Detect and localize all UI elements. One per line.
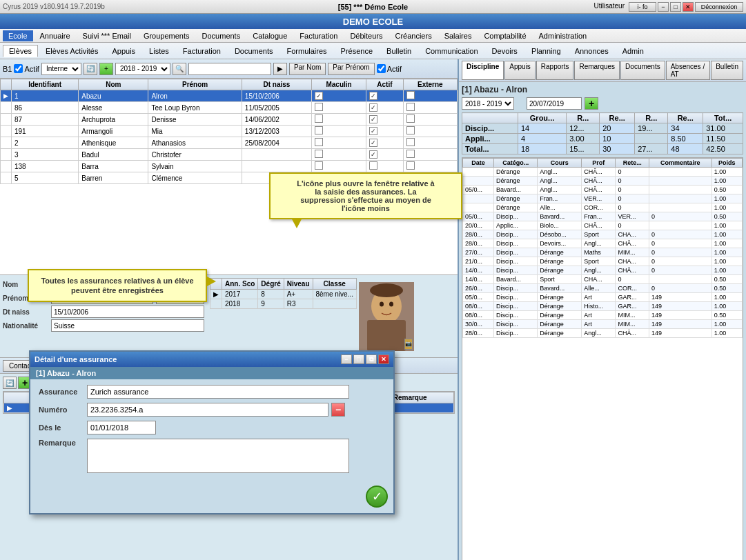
tab-documents[interactable]: Documents [228, 45, 279, 57]
remarque-textarea[interactable] [87, 439, 349, 473]
right-year-select[interactable]: 2018 - 2019 [462, 97, 514, 110]
detail-row[interactable]: 14/0... Discip... Dérange Angl... CHÂ...… [463, 266, 743, 275]
tab-formulaires[interactable]: Formulaires [281, 45, 333, 57]
detail-row[interactable]: 26/0... Discip... Bavard... Alle... COR.… [463, 284, 743, 293]
detail-row[interactable]: Dérange Fran... VER... 0 1.00 [463, 194, 743, 203]
tab-appuis[interactable]: Appuis [106, 45, 141, 57]
tab-communication[interactable]: Communication [419, 45, 484, 57]
dialog-close-btn[interactable]: ✕ [378, 354, 389, 364]
par-nom-button[interactable]: Par Nom [289, 63, 326, 75]
right-tab-absences[interactable]: Absences / AT [666, 61, 711, 80]
table-row[interactable]: 138 Barra Sylvain [1, 161, 458, 172]
col-identifiant[interactable]: Identifiant [12, 79, 79, 90]
menu-administration[interactable]: Administration [533, 30, 593, 41]
detail-row[interactable]: 20/0... Applic... Biolo... CHÂ... 0 1.00 [463, 221, 743, 230]
table-row[interactable]: 3 Badul Christofer [1, 149, 458, 161]
tab-listes[interactable]: Listes [143, 45, 175, 57]
search-button[interactable]: ▶ [273, 63, 287, 75]
detail-row[interactable]: 27/0... Discip... Dérange Maths MIM... 0… [463, 248, 743, 257]
assurance-input[interactable] [87, 385, 349, 399]
ok-button[interactable]: ✓ [366, 486, 388, 508]
menu-ecole[interactable]: Ecole [3, 30, 33, 41]
tab-facturation[interactable]: Facturation [177, 45, 227, 57]
delete-button[interactable]: − [331, 403, 345, 417]
detail-row[interactable]: 05/0... Bavard... Angl... CHÂ... 0 0.50 [463, 186, 743, 194]
right-tab-remarques[interactable]: Remarques [574, 61, 620, 80]
year-select[interactable]: 2018 - 2019 [115, 63, 170, 75]
right-tab-rapports[interactable]: Rapports [536, 61, 574, 80]
actif-filter-label[interactable]: Actif [377, 64, 402, 73]
sco-row[interactable]: 2018 9 R3 [210, 299, 357, 309]
right-tab-appuis[interactable]: Appuis [504, 61, 536, 80]
tab-eleves[interactable]: Elèves [3, 45, 38, 57]
tab-devoirs[interactable]: Devoirs [486, 45, 524, 57]
detail-row[interactable]: 21/0... Discip... Dérange Sport CHA... 0… [463, 257, 743, 266]
actif-filter-checkbox[interactable] [377, 64, 386, 73]
right-tab-discipline[interactable]: Discipline [462, 61, 504, 80]
dialog-maximize-btn[interactable]: □ [353, 354, 364, 364]
menu-facturation[interactable]: Facturation [294, 30, 343, 41]
interne-select[interactable]: Interne [41, 63, 81, 75]
info-button[interactable]: i- fo [629, 2, 656, 12]
menu-debiteurs[interactable]: Débiteurs [344, 30, 388, 41]
date-input[interactable] [527, 97, 582, 110]
insurance-refresh-btn[interactable]: 🔄 [3, 377, 17, 389]
detail-row[interactable]: 28/0... Discip... Dérange Angl... CHÂ...… [463, 329, 743, 338]
col-ann[interactable]: Ann. Sco [222, 279, 258, 290]
col-dtnaiss[interactable]: Dt naiss [242, 79, 311, 90]
close-button[interactable]: ✕ [683, 2, 694, 12]
right-tab-bulletin[interactable]: Bulletin [711, 61, 743, 80]
detail-row[interactable]: 08/0... Discip... Dérange Art MIM... 149… [463, 311, 743, 320]
table-row[interactable]: 191 Armangoli Mia 13/12/2003 [1, 126, 458, 137]
col-masculin[interactable]: Maculin [312, 79, 366, 90]
col-externe[interactable]: Externe [403, 79, 457, 90]
maximize-button[interactable]: □ [670, 2, 681, 12]
detail-row[interactable]: 30/0... Discip... Dérange Art MIM... 149… [463, 320, 743, 329]
table-row[interactable]: 87 Archuprota Denisse 14/06/2002 [1, 114, 458, 126]
search-input[interactable] [188, 63, 271, 75]
desle-input[interactable] [87, 421, 156, 434]
menu-catalogue[interactable]: Catalogue [247, 30, 293, 41]
detail-row[interactable]: Dérange Angl... CHÂ... 0 1.00 [463, 168, 743, 177]
menu-salaires[interactable]: Salaires [439, 30, 478, 41]
tab-annonces[interactable]: Annonces [569, 45, 615, 57]
detail-row[interactable]: Dérange Alle... COR... 0 1.00 [463, 203, 743, 212]
sco-row[interactable]: ▶ 2017 8 A+ 8ème nive... [210, 290, 357, 299]
tab-bulletin[interactable]: Bulletin [380, 45, 418, 57]
actif-checkbox[interactable] [14, 64, 23, 73]
menu-email[interactable]: Suivi *** Email [77, 30, 137, 41]
logout-button[interactable]: Déconnexion [695, 2, 743, 12]
menu-groupements[interactable]: Groupements [138, 30, 195, 41]
table-row[interactable]: 2 Athenisque Athanasios 25/08/2004 [1, 137, 458, 149]
table-row[interactable]: ▶ 1 Abazu Alron 15/10/2006 [1, 90, 458, 102]
photo-icon[interactable]: 📷 [404, 339, 413, 350]
detail-row[interactable]: 05/0... Discip... Bavard... Fran... VER.… [463, 212, 743, 221]
menu-creanciers[interactable]: Créanciers [389, 30, 437, 41]
tab-eleves-activites[interactable]: Elèves Activités [39, 45, 104, 57]
right-tab-documents[interactable]: Documents [620, 61, 665, 80]
detail-row[interactable]: 14/0... Bavard... Sport CHA... 0 0.50 [463, 275, 743, 284]
add-student-button[interactable]: + [99, 63, 113, 75]
tab-admin[interactable]: Admin [616, 45, 650, 57]
tab-presence[interactable]: Présence [335, 45, 379, 57]
search-icon-btn[interactable]: 🔍 [173, 63, 186, 75]
refresh-button[interactable]: 🔄 [84, 63, 97, 75]
col-niveau[interactable]: Niveau [284, 279, 313, 290]
numero-input[interactable] [87, 403, 328, 417]
minimize-button[interactable]: − [658, 2, 669, 12]
dialog-restore-btn[interactable]: ⧉ [366, 354, 377, 364]
par-prenom-button[interactable]: Par Prénom [328, 63, 374, 75]
detail-row[interactable]: 28/0... Discip... Désobo... Sport CHA...… [463, 230, 743, 239]
col-nom[interactable]: Nom [79, 79, 148, 90]
detail-row[interactable]: 08/0... Discip... Dérange Histo... GAR..… [463, 302, 743, 311]
actif-checkbox-label[interactable]: Actif [14, 64, 39, 73]
table-row[interactable]: 86 Alesse Tee Loup Byron 11/05/2005 [1, 102, 458, 114]
col-degre[interactable]: Dégré [258, 279, 284, 290]
menu-annuaire[interactable]: Annuaire [35, 30, 76, 41]
menu-documents[interactable]: Documents [197, 30, 246, 41]
detail-row[interactable]: Dérange Angl... CHÂ... 0 1.00 [463, 177, 743, 186]
dialog-minimize-btn[interactable]: − [341, 354, 352, 364]
menu-comptabilite[interactable]: Comptabilité [478, 30, 531, 41]
col-prenom[interactable]: Prénom [148, 79, 242, 90]
detail-row[interactable]: 05/0... Discip... Dérange Art GAR... 149… [463, 293, 743, 302]
